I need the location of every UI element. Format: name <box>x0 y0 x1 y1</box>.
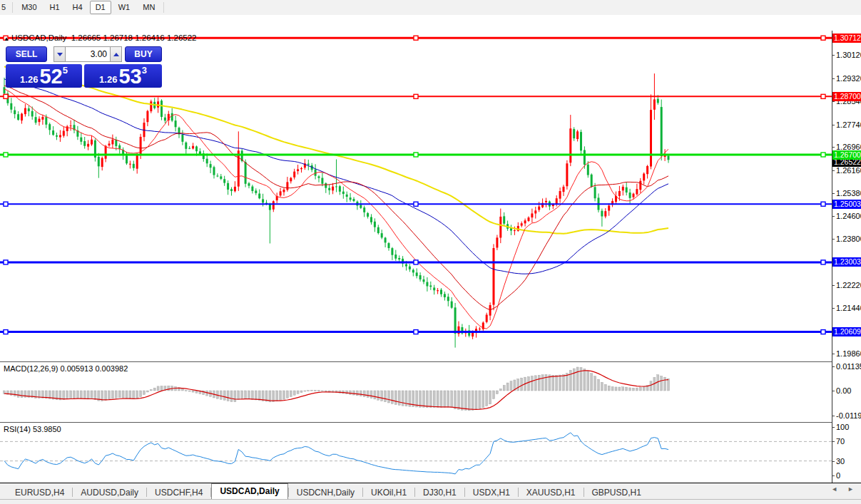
price-grid-label: 1.27740 <box>836 120 861 129</box>
tab-audusd-daily[interactable]: AUDUSD,Daily <box>73 486 146 499</box>
line-marker[interactable] <box>4 330 8 334</box>
macd-indicator-label: MACD(12,26,9) 0.005913 0.003982 <box>4 364 128 373</box>
rsi-axis-label: 100 <box>836 423 849 431</box>
buy-button[interactable]: BUY <box>125 46 162 62</box>
tab-eurusd-h4[interactable]: EURUSD,H4 <box>7 486 72 499</box>
axis-tick <box>832 125 835 125</box>
macd-histogram <box>4 367 670 411</box>
price-grid-label: 1.29320 <box>836 74 861 83</box>
rsi-indicator-label: RSI(14) 53.9850 <box>4 425 61 433</box>
triangle-up-icon <box>113 53 119 56</box>
axis-tick <box>832 366 835 367</box>
price-badge-1.23003: 1.23003 <box>832 257 861 267</box>
line-marker[interactable] <box>414 36 418 40</box>
timeframe-5[interactable]: 5 <box>0 1 9 14</box>
tab-gbpusd-h1[interactable]: GBPUSD,H1 <box>584 486 649 499</box>
rsi-axis-label: 30 <box>836 457 845 466</box>
axis-tick <box>832 147 835 148</box>
price-badge-1.30712: 1.30712 <box>832 34 861 43</box>
axis-tick <box>832 101 835 102</box>
axis-tick <box>832 427 835 428</box>
tab-usdx-h1[interactable]: USDX,H1 <box>465 486 518 499</box>
timeframe-w1[interactable]: W1 <box>113 1 136 14</box>
tabbar-divider <box>0 499 861 500</box>
chart-symbol-label: USDCAD,Daily <box>11 34 66 42</box>
axis-tick <box>832 354 835 354</box>
chart-title: ▲USDCAD,Daily 1.26665 1.26718 1.26416 1.… <box>4 34 197 42</box>
timeframe-toolbar: 5M30H1H4D1W1MN <box>0 0 861 16</box>
price-axis[interactable]: 1.301201.293201.285401.277401.269601.261… <box>832 31 861 483</box>
tab-xauusd-h1[interactable]: XAUUSD,H1 <box>519 486 584 499</box>
macd-axis-label: 0.01135 <box>836 362 861 371</box>
trade-widget: SELL BUY 1.26 52 5 1.26 53 3 <box>6 46 162 88</box>
price-badge-1.26700: 1.26700 <box>832 150 861 160</box>
rsi-axis-label: 70 <box>836 437 845 446</box>
tab-usdchf-h4[interactable]: USDCHF,H4 <box>147 486 210 499</box>
tab-usdcnh-daily[interactable]: USDCNH,Daily <box>289 486 362 499</box>
line-marker[interactable] <box>821 202 825 206</box>
chart-corner-icon: ▲ <box>4 36 9 42</box>
axis-tick <box>832 78 835 79</box>
line-marker[interactable] <box>4 94 8 98</box>
bid-price-main: 52 <box>39 66 62 87</box>
bid-price-pip: 5 <box>63 65 68 76</box>
line-marker[interactable] <box>414 260 418 264</box>
axis-tick <box>832 170 835 171</box>
timeframe-m30[interactable]: M30 <box>16 1 42 14</box>
axis-tick <box>832 239 835 240</box>
price-grid-label: 1.25380 <box>836 189 861 197</box>
timeframe-h1[interactable]: H1 <box>44 1 66 14</box>
toolbar-separator <box>12 2 13 13</box>
chart-window: 1.301201.293201.285401.277401.269601.261… <box>0 15 861 483</box>
line-marker[interactable] <box>821 260 825 264</box>
tab-dj30-h1[interactable]: DJ30,H1 <box>415 486 464 499</box>
price-badge-1.28700: 1.28700 <box>832 92 861 101</box>
timeframe-h4[interactable]: H4 <box>67 1 88 14</box>
axis-tick <box>832 216 835 217</box>
axis-tick <box>832 441 835 442</box>
bid-price-panel[interactable]: 1.26 52 5 <box>6 64 82 88</box>
line-marker[interactable] <box>414 153 418 157</box>
pane-divider[interactable] <box>0 361 861 362</box>
price-grid-label: 1.21440 <box>836 304 861 312</box>
tab-scroll-left-icon[interactable]: ◄ <box>831 485 837 493</box>
pane-divider[interactable] <box>0 422 861 423</box>
volume-increase-button[interactable] <box>110 46 122 62</box>
line-marker[interactable] <box>821 330 825 334</box>
ask-price-prefix: 1.26 <box>99 74 117 85</box>
bid-price-prefix: 1.26 <box>20 74 38 85</box>
tab-usdcad-daily[interactable]: USDCAD,Daily <box>211 483 287 499</box>
volume-input[interactable] <box>66 46 110 62</box>
axis-tick <box>832 55 835 56</box>
line-marker[interactable] <box>821 153 825 157</box>
line-marker[interactable] <box>4 153 8 157</box>
mt4-window: 5M30H1H4D1W1MN 1.301201.293201.285401.27… <box>0 0 861 504</box>
price-grid-label: 1.30120 <box>836 51 861 59</box>
line-marker[interactable] <box>4 202 8 206</box>
timeframe-d1[interactable]: D1 <box>90 1 111 14</box>
candlestick-series <box>4 73 670 347</box>
timeframe-mn[interactable]: MN <box>137 1 161 14</box>
axis-tick <box>832 391 835 391</box>
line-marker[interactable] <box>414 330 418 334</box>
volume-decrease-button[interactable] <box>54 46 66 62</box>
price-grid-label: 1.24600 <box>836 212 861 220</box>
line-marker[interactable] <box>821 36 825 40</box>
axis-tick <box>832 475 835 476</box>
toolbar-separator <box>163 2 164 13</box>
ma-line-21 <box>4 86 668 310</box>
price-badge-1.20609: 1.20609 <box>832 327 861 336</box>
axis-tick <box>832 308 835 309</box>
line-marker[interactable] <box>821 94 825 98</box>
chart-tab-bar: EURUSD,H4AUDUSD,DailyUSDCHF,H4USDCAD,Dai… <box>0 483 861 504</box>
rsi-pane[interactable] <box>0 423 832 483</box>
tab-scroll-right-icon[interactable]: ► <box>847 485 854 493</box>
price-badge-1.25003: 1.25003 <box>832 200 861 209</box>
line-marker[interactable] <box>414 202 418 206</box>
ask-price-pip: 3 <box>142 65 147 76</box>
ask-price-panel[interactable]: 1.26 53 3 <box>84 64 162 88</box>
line-marker[interactable] <box>414 94 418 98</box>
tab-ukoil-h1[interactable]: UKOil,H1 <box>363 486 414 499</box>
line-marker[interactable] <box>4 260 8 264</box>
sell-button[interactable]: SELL <box>6 46 47 62</box>
